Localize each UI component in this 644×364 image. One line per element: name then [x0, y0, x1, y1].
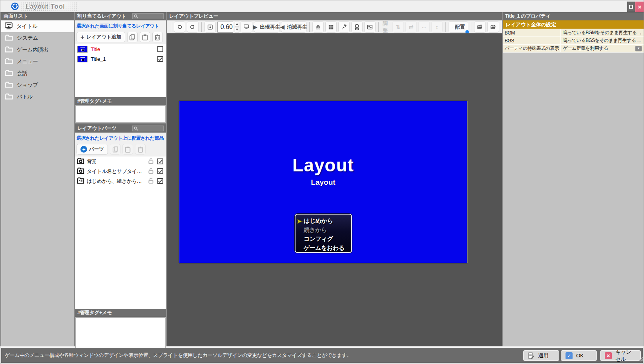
- copy-icon: [129, 34, 135, 40]
- content-area: 画面リスト タイトル システム ゲーム内演出 メニュー 会話: [0, 12, 644, 346]
- part-item-background[interactable]: 背景: [75, 157, 166, 166]
- layout-thumbnail: [77, 56, 88, 62]
- property-row-bgm: BGM 鳴っているBGMをそのまま再生する →: [503, 29, 644, 37]
- folder-icon: [5, 58, 13, 66]
- menu-item-quit[interactable]: ゲームをおわる: [304, 244, 351, 253]
- swap-horizontal-button[interactable]: ⇄: [405, 21, 417, 33]
- check-icon: [158, 160, 162, 164]
- adjust-label: 調整: [383, 20, 390, 34]
- parts-tag-memo-input[interactable]: [75, 317, 166, 349]
- layout-item-title-1[interactable]: Title_1: [75, 54, 166, 64]
- zoom-increase-button[interactable]: [235, 22, 239, 27]
- part-visible-checkbox[interactable]: [157, 178, 163, 184]
- parts-search-input[interactable]: [132, 126, 164, 131]
- play-reverse-icon: ◀: [280, 24, 285, 30]
- layout-visible-checkbox[interactable]: [157, 46, 163, 52]
- play-appear-button[interactable]: ▶ 出現再生: [254, 21, 279, 33]
- paste-icon: [142, 34, 148, 40]
- resize-grip[interactable]: [638, 356, 643, 363]
- delete-layout-button[interactable]: [152, 32, 163, 42]
- swap-vertical-icon: ⇅: [396, 24, 401, 30]
- screen-item-battle[interactable]: バトル: [1, 91, 74, 103]
- preview-canvas[interactable]: Layout Layout はじめから 続きから: [167, 33, 502, 346]
- layout-search-input[interactable]: [132, 13, 164, 19]
- property-value[interactable]: 鳴っているBGSをそのまま再生する →: [561, 37, 644, 44]
- apply-form-icon: [528, 352, 535, 359]
- zoom-input[interactable]: 0.60: [217, 22, 233, 33]
- detail-arrow-icon[interactable]: →: [636, 37, 642, 44]
- window-parts-button[interactable]: [364, 21, 376, 33]
- zoom-decrease-button[interactable]: [235, 27, 239, 33]
- display-preview-button[interactable]: [241, 21, 252, 33]
- ok-button[interactable]: ✓ OK: [561, 350, 597, 361]
- menu-item-continue[interactable]: 続きから: [304, 226, 351, 235]
- copy-icon: [112, 146, 119, 153]
- folder-export-icon: [477, 24, 483, 30]
- copy-part-button[interactable]: [110, 144, 120, 155]
- paste-part-button[interactable]: [122, 144, 133, 155]
- add-part-button[interactable]: + パーツ: [77, 144, 108, 155]
- screen-item-ingame-direction[interactable]: ゲーム内演出: [1, 44, 74, 56]
- cancel-button[interactable]: × キャンセル: [600, 350, 641, 361]
- maximize-button[interactable]: [627, 2, 635, 12]
- detail-arrow-icon[interactable]: →: [637, 29, 642, 36]
- property-label: パーティの特殊書式の表示: [503, 45, 561, 52]
- screen-item-label: タイトル: [16, 23, 38, 30]
- pen-tool-button[interactable]: [338, 21, 350, 33]
- play-disappear-button[interactable]: ◀ 消滅再生: [281, 21, 306, 33]
- undo-icon: [177, 24, 182, 31]
- fit-view-button[interactable]: [204, 21, 216, 33]
- undo-button[interactable]: [174, 21, 185, 33]
- image-part-icon: [77, 158, 84, 166]
- game-subtitle-text[interactable]: Layout: [179, 178, 467, 187]
- redo-button[interactable]: [187, 21, 198, 33]
- menu-item-config[interactable]: コンフィグ: [304, 235, 351, 244]
- part-visible-checkbox[interactable]: [157, 168, 163, 174]
- parts-tag-memo-header: #管理タグ+メモ: [75, 309, 166, 317]
- distribute-vertical-button[interactable]: ↕: [431, 21, 443, 33]
- apply-button[interactable]: 適用: [523, 350, 559, 361]
- dropdown-icon[interactable]: ▼: [635, 46, 642, 51]
- game-title-text[interactable]: Layout: [179, 155, 467, 176]
- layout-visible-checkbox[interactable]: [157, 56, 163, 62]
- lock-open-icon[interactable]: [148, 158, 153, 165]
- properties-header: Title_1 のプロパティ: [503, 12, 644, 20]
- property-value[interactable]: ゲーム定義を利用する ▼: [561, 45, 644, 52]
- layout-item-title[interactable]: Title: [75, 44, 166, 54]
- game-screen-preview[interactable]: Layout Layout はじめから 続きから: [179, 101, 467, 263]
- screen-item-menu[interactable]: メニュー: [1, 56, 74, 67]
- screen-item-title[interactable]: タイトル: [1, 20, 74, 32]
- screen-item-shop[interactable]: ショップ: [1, 79, 74, 91]
- swap-vertical-button[interactable]: ⇅: [392, 21, 404, 33]
- close-button[interactable]: ×: [635, 2, 644, 12]
- distribute-horizontal-button[interactable]: ⇔: [418, 21, 430, 33]
- add-layout-button[interactable]: + レイアウト追加: [77, 32, 125, 42]
- import-layout-button[interactable]: [487, 21, 499, 33]
- screen-item-system[interactable]: システム: [1, 32, 74, 44]
- image-part-icon: [77, 167, 84, 175]
- grid-button[interactable]: [325, 21, 337, 33]
- cursor-design-button[interactable]: [351, 21, 363, 33]
- pen-icon: [341, 24, 347, 31]
- export-layout-button[interactable]: [474, 21, 486, 33]
- property-value[interactable]: 鳴っているBGMをそのまま再生する →: [561, 29, 644, 36]
- lock-open-icon[interactable]: [148, 168, 153, 175]
- paste-layout-button[interactable]: [140, 32, 150, 42]
- trash-icon: [155, 34, 160, 40]
- part-item-title-subtitle[interactable]: タイトル名とサブタイトル名: [75, 166, 166, 176]
- part-visible-checkbox[interactable]: [157, 158, 163, 164]
- screen-item-label: システム: [17, 35, 38, 42]
- part-item-main-menu[interactable]: はじめから、続きから、コン...: [75, 176, 166, 186]
- delete-part-button[interactable]: [135, 144, 146, 155]
- arrange-button[interactable]: 配置: [449, 21, 468, 33]
- snap-magnet-button[interactable]: [312, 21, 324, 33]
- part-item-name: はじめから、続きから、コン...: [87, 178, 146, 185]
- screen-item-conversation[interactable]: 会話: [1, 67, 74, 79]
- copy-layout-button[interactable]: [127, 32, 138, 42]
- layout-tag-memo-input[interactable]: [75, 106, 166, 123]
- property-label: BGM: [503, 29, 561, 36]
- arrange-chart-icon: [452, 24, 452, 30]
- lock-open-icon[interactable]: [148, 178, 153, 185]
- menu-item-start[interactable]: はじめから: [304, 217, 351, 226]
- title-menu-window[interactable]: はじめから 続きから コンフィグ ゲームをおわる: [295, 214, 352, 253]
